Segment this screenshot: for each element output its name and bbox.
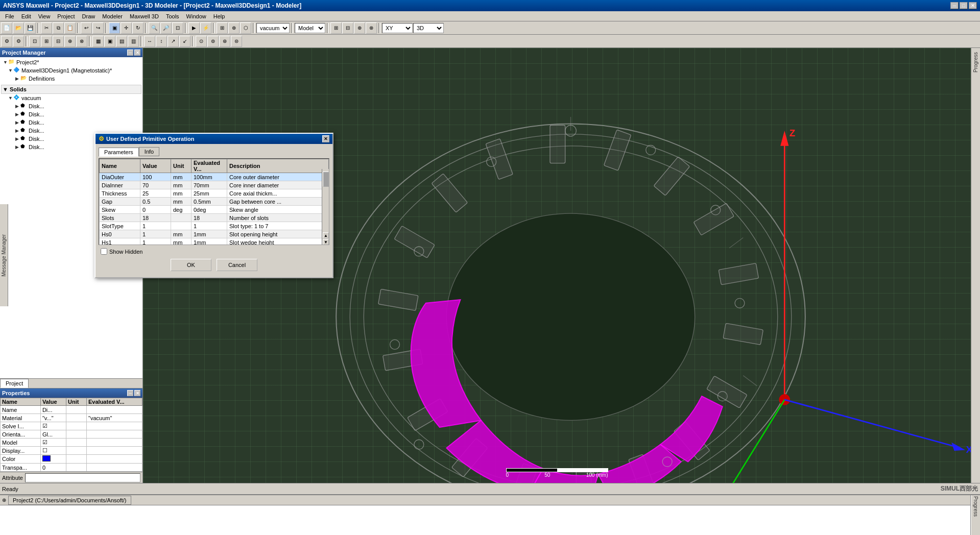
props-cell-color-value[interactable]: [40, 455, 66, 464]
dim-dropdown[interactable]: 3D 2D: [413, 23, 444, 33]
tb-axis[interactable]: ⊕: [228, 22, 240, 34]
props-cell-model-value[interactable]: ☑: [40, 439, 66, 447]
tb2-4[interactable]: ⊞: [41, 36, 52, 47]
tb2-3[interactable]: ⊡: [29, 36, 40, 47]
tree-item-project2[interactable]: ▼ 📁 Project2*: [1, 58, 141, 66]
scroll-down-btn[interactable]: ▼: [323, 239, 329, 245]
tb-zoom-fit[interactable]: ⊡: [172, 22, 183, 34]
tb-save[interactable]: 💾: [25, 22, 36, 34]
param-value[interactable]: 25: [140, 189, 171, 198]
maximize-button[interactable]: □: [960, 2, 968, 9]
tb2-1[interactable]: ⚙: [1, 36, 12, 47]
tree-item-disk-3[interactable]: ▶ ⬟ Disk...: [1, 118, 141, 127]
props-close[interactable]: ✕: [134, 390, 140, 396]
minimize-button[interactable]: ─: [950, 2, 959, 9]
params-row[interactable]: Hs0 1 mm 1mm Slot opening height: [100, 230, 329, 238]
tb-cut[interactable]: ✂: [41, 22, 52, 34]
tb-analyze[interactable]: ⚡: [200, 22, 211, 34]
tb-redo[interactable]: ↪: [92, 22, 104, 34]
param-value[interactable]: 0: [140, 206, 171, 214]
panel-minimize[interactable]: ─: [127, 50, 133, 56]
props-cell-trans-value[interactable]: 0: [40, 464, 66, 472]
menu-modeler[interactable]: Modeler: [99, 12, 126, 20]
tree-item-disk-2[interactable]: ▶ ⬟ Disk...: [1, 110, 141, 118]
menu-window[interactable]: Window: [183, 12, 209, 20]
tb-move[interactable]: ✛: [121, 22, 132, 34]
tb2-2[interactable]: ⚙: [13, 36, 24, 47]
tree-item-vacuum[interactable]: ▼ 💠 vacuum: [1, 94, 141, 102]
menu-maxwell3d[interactable]: Maxwell 3D: [127, 12, 162, 20]
tb-rotate[interactable]: ↻: [132, 22, 144, 34]
vacuum-dropdown[interactable]: vacuum: [256, 23, 290, 33]
dialog-close-button[interactable]: ✕: [322, 135, 329, 142]
tb-extra4[interactable]: ⊗: [366, 22, 377, 34]
tb2-14[interactable]: ↗: [168, 36, 179, 47]
props-cell-display-value[interactable]: ☐: [40, 447, 66, 455]
params-row[interactable]: DiaOuter 100 mm 100mm Core outer diamete…: [100, 173, 329, 181]
panel-close[interactable]: ✕: [134, 50, 140, 56]
tb2-5[interactable]: ⊟: [53, 36, 64, 47]
menu-draw[interactable]: Draw: [79, 12, 99, 20]
show-hidden-checkbox[interactable]: [101, 248, 107, 255]
tb-zoom-in[interactable]: 🔍: [149, 22, 160, 34]
tb-select[interactable]: ▣: [109, 22, 120, 34]
param-value[interactable]: 1: [140, 230, 171, 238]
cancel-button[interactable]: Cancel: [217, 259, 257, 271]
tb2-10[interactable]: ▤: [116, 36, 127, 47]
scroll-up-btn[interactable]: ▲: [323, 232, 329, 238]
tb2-12[interactable]: ↔: [144, 36, 155, 47]
props-cell-orient-value[interactable]: Gl...: [40, 430, 66, 439]
param-value[interactable]: 0.5: [140, 198, 171, 206]
bottom-tab-project[interactable]: Project2 (C:/Users/admin/Documents/Ansof…: [8, 496, 131, 505]
menu-view[interactable]: View: [35, 12, 54, 20]
coord-dropdown[interactable]: XY YZ XZ: [382, 23, 413, 33]
menu-project[interactable]: Project: [54, 12, 78, 20]
param-value[interactable]: 1: [140, 222, 171, 230]
tb-new[interactable]: 📄: [1, 22, 12, 34]
tb-zoom-out[interactable]: 🔎: [160, 22, 172, 34]
tb2-17[interactable]: ⊚: [207, 36, 219, 47]
param-value[interactable]: 18: [140, 214, 171, 222]
tb-extra1[interactable]: ⊞: [330, 22, 342, 34]
params-row[interactable]: Gap 0.5 mm 0.5mm Gap between core ...: [100, 198, 329, 206]
menu-edit[interactable]: Edit: [18, 12, 34, 20]
tb-sim[interactable]: ▶: [188, 22, 200, 34]
tb2-16[interactable]: ⊙: [196, 36, 207, 47]
tb2-8[interactable]: ▦: [92, 36, 104, 47]
props-cell-solve-value[interactable]: ☑: [40, 422, 66, 430]
tb2-6[interactable]: ⊕: [64, 36, 76, 47]
props-minimize[interactable]: ─: [127, 390, 133, 396]
params-row[interactable]: SlotType 1 1 Slot type: 1 to 7: [100, 222, 329, 230]
params-row[interactable]: DiaInner 70 mm 70mm Core inner diameter: [100, 181, 329, 189]
params-row[interactable]: Skew 0 deg 0deg Skew angle: [100, 206, 329, 214]
param-value[interactable]: 70: [140, 181, 171, 189]
dialog-tab-parameters[interactable]: Parameters: [99, 148, 139, 157]
props-cell-material-value[interactable]: "v...": [40, 414, 66, 422]
props-cell-name-value[interactable]: Di...: [40, 406, 66, 414]
tb-undo[interactable]: ↩: [81, 22, 92, 34]
menu-file[interactable]: File: [2, 12, 17, 20]
tb-extra2[interactable]: ⊟: [342, 22, 353, 34]
tb-copy[interactable]: ⧉: [53, 22, 64, 34]
tb2-15[interactable]: ↙: [179, 36, 190, 47]
tb2-9[interactable]: ▣: [104, 36, 115, 47]
tb-extra3[interactable]: ⊕: [354, 22, 365, 34]
tb2-19[interactable]: ⊜: [231, 36, 242, 47]
close-button[interactable]: ✕: [969, 2, 977, 9]
param-value[interactable]: 1: [140, 238, 171, 246]
params-table-container[interactable]: Name Value Unit Evaluated V... Descripti…: [99, 158, 329, 245]
params-scrollbar[interactable]: ▲ ▼: [322, 169, 329, 245]
param-value[interactable]: 100: [140, 173, 171, 181]
tb-wire[interactable]: ⬡: [240, 22, 251, 34]
menu-help[interactable]: Help: [210, 12, 228, 20]
tb2-11[interactable]: ▥: [128, 36, 139, 47]
attribute-input[interactable]: [25, 473, 140, 482]
tb-paste[interactable]: 📋: [64, 22, 76, 34]
tree-item-design[interactable]: ▼ 🔷 Maxwell3DDesign1 (Magnetostatic)*: [1, 66, 141, 75]
tb2-13[interactable]: ↕: [156, 36, 167, 47]
tb2-7[interactable]: ⊗: [76, 36, 87, 47]
params-row[interactable]: Thickness 25 mm 25mm Core axial thickm..…: [100, 189, 329, 198]
dialog-tab-info[interactable]: Info: [139, 147, 159, 156]
tb-open[interactable]: 📂: [13, 22, 24, 34]
ok-button[interactable]: OK: [171, 259, 211, 271]
